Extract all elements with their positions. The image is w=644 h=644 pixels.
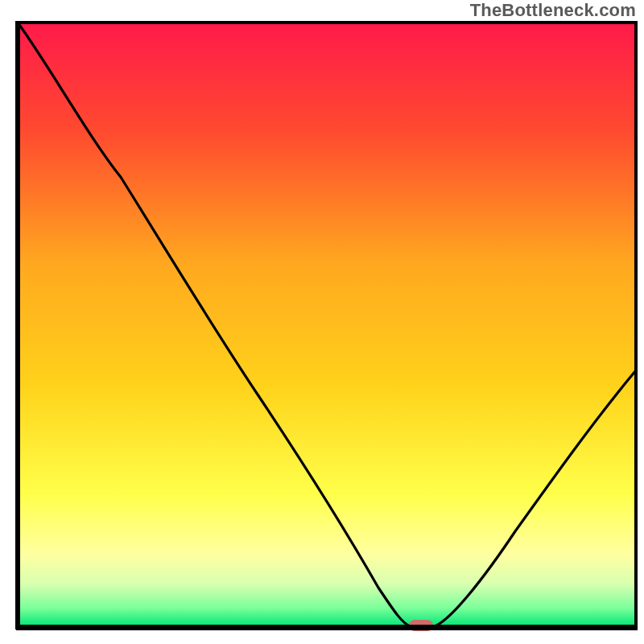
plot-background — [18, 23, 636, 626]
chart-svg — [0, 0, 644, 644]
watermark-label: TheBottleneck.com — [470, 0, 636, 21]
bottleneck-chart: TheBottleneck.com — [0, 0, 644, 644]
